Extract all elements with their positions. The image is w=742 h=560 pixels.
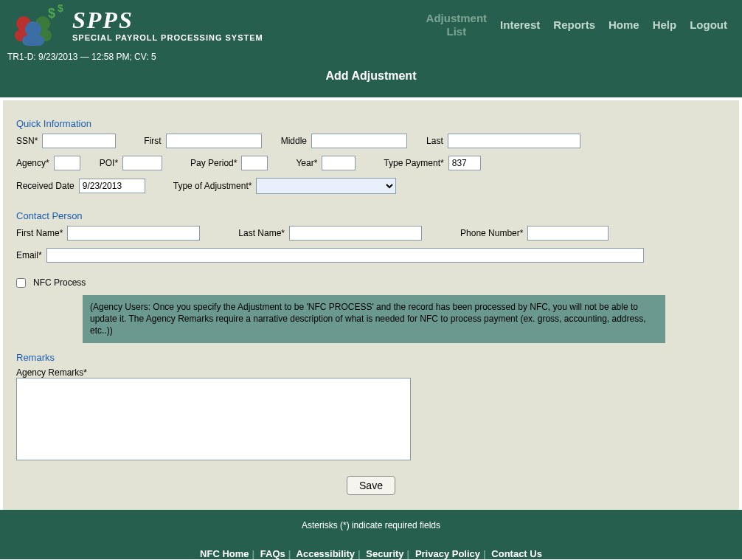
app-header: $ $ SPPS SPECIAL PAYROLL PROCESSING SYST… [0, 0, 742, 97]
save-button[interactable]: Save [347, 476, 395, 495]
poi-label: POI* [100, 158, 118, 168]
nfc-process-label: NFC Process [33, 277, 86, 288]
nav-logout[interactable]: Logout [690, 18, 727, 32]
section-quick-info: Quick Information [16, 118, 726, 129]
ssn-label: SSN* [16, 136, 38, 146]
svg-rect-5 [22, 35, 44, 46]
logo-title: SPPS [72, 8, 263, 32]
pay-period-label: Pay Period* [190, 158, 237, 168]
poi-input[interactable] [122, 156, 162, 170]
pay-period-input[interactable] [241, 156, 268, 170]
nav-adjustment-list-l2: List [426, 25, 488, 38]
type-adjustment-label: Type of Adjustment* [173, 181, 252, 191]
form-content: Quick Information SSN* First Middle Last… [3, 100, 739, 510]
received-date-input[interactable] [79, 179, 145, 193]
phone-number-input[interactable] [527, 226, 608, 241]
middle-input[interactable] [311, 134, 407, 148]
agency-input[interactable] [54, 156, 80, 170]
footer-privacy[interactable]: Privacy Policy [415, 548, 480, 559]
footer-faqs[interactable]: FAQs [260, 548, 285, 559]
first-name-input[interactable] [67, 226, 200, 241]
year-label: Year* [296, 158, 317, 168]
agency-label: Agency* [16, 158, 49, 168]
footer-accessibility[interactable]: Accessibility [297, 548, 356, 559]
last-label: Last [426, 136, 443, 146]
nav-reports[interactable]: Reports [553, 18, 595, 32]
footer-nfc-home[interactable]: NFC Home [200, 548, 249, 559]
last-name-input[interactable] [289, 226, 422, 241]
page-title: Add Adjustment [7, 63, 735, 93]
middle-label: Middle [281, 136, 307, 146]
type-payment-input[interactable] [448, 156, 481, 170]
first-input[interactable] [166, 134, 262, 148]
last-name-label: Last Name* [238, 228, 285, 238]
status-line: TR1-D: 9/23/2013 — 12:58 PM; CV: 5 [7, 46, 735, 63]
phone-number-label: Phone Number* [460, 228, 523, 238]
last-input[interactable] [448, 134, 580, 148]
section-remarks: Remarks [16, 352, 726, 363]
agency-remarks-label: Agency Remarks* [16, 367, 87, 378]
logo-subtitle: SPECIAL PAYROLL PROCESSING SYSTEM [72, 33, 263, 42]
svg-text:$: $ [48, 6, 55, 21]
section-contact-person: Contact Person [16, 210, 726, 221]
type-adjustment-select[interactable] [256, 178, 396, 194]
nav-help[interactable]: Help [653, 18, 677, 32]
year-input[interactable] [322, 156, 356, 170]
email-label: Email* [16, 250, 42, 260]
people-money-icon: $ $ [7, 4, 66, 46]
nav-home[interactable]: Home [608, 18, 639, 32]
top-nav: Adjustment List Interest Reports Home He… [426, 12, 735, 38]
nav-adjustment-list[interactable]: Adjustment List [426, 12, 488, 38]
svg-text:$: $ [58, 4, 63, 14]
footer-links: NFC Home| FAQs| Accessibility| Security|… [0, 548, 742, 559]
first-label: First [144, 136, 161, 146]
footer-security[interactable]: Security [366, 548, 403, 559]
nfc-process-note: (Agency Users: Once you specify the Adju… [83, 295, 665, 343]
footer-contact[interactable]: Contact Us [491, 548, 542, 559]
footer: Asterisks (*) indicate required fields N… [0, 510, 742, 559]
email-input[interactable] [46, 248, 644, 263]
type-payment-label: Type Payment* [384, 158, 443, 168]
logo-area: $ $ SPPS SPECIAL PAYROLL PROCESSING SYST… [7, 4, 263, 46]
received-date-label: Received Date [16, 181, 74, 191]
ssn-input[interactable] [42, 134, 116, 148]
nfc-process-checkbox[interactable] [16, 278, 26, 288]
agency-remarks-textarea[interactable] [16, 378, 411, 460]
required-fields-note: Asterisks (*) indicate required fields [0, 520, 742, 530]
first-name-label: First Name* [16, 228, 63, 238]
svg-point-4 [25, 21, 41, 38]
nav-interest[interactable]: Interest [500, 18, 540, 32]
nav-adjustment-list-l1: Adjustment [426, 12, 488, 25]
